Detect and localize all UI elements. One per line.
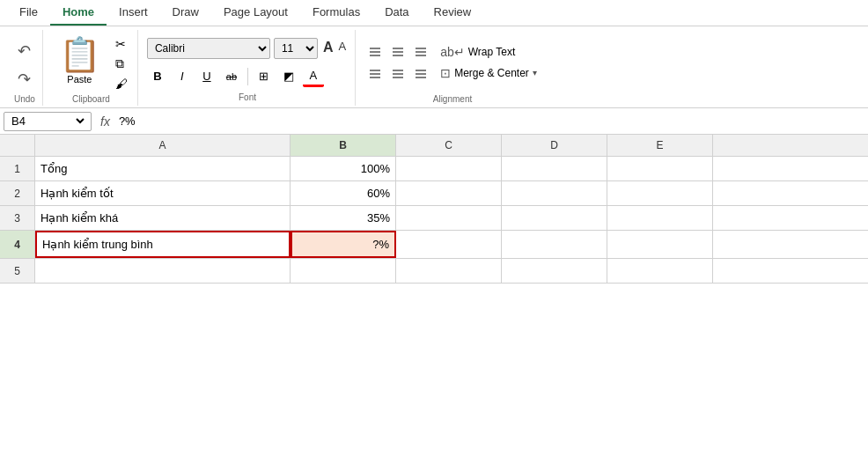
align-top-center-button[interactable] <box>387 42 408 62</box>
cell-c5[interactable] <box>396 259 502 283</box>
cell-c3[interactable] <box>396 206 502 230</box>
font-row2: B I U ab ⊞ ◩ A <box>147 66 348 87</box>
table-row: 1 Tổng 100% <box>0 157 868 181</box>
cell-reference-box[interactable]: B4 <box>4 112 92 131</box>
cell-d2[interactable] <box>502 181 607 205</box>
cell-a2[interactable]: Hạnh kiểm tốt <box>35 181 291 205</box>
align-bottom-right-button[interactable] <box>410 63 431 83</box>
row-number-3: 3 <box>0 206 35 230</box>
font-group-label: Font <box>239 91 256 102</box>
align-row1 <box>364 42 431 62</box>
cut-button[interactable]: ✂ <box>113 35 130 53</box>
column-headers: A B C D E <box>0 135 868 157</box>
cut-icon: ✂ <box>115 37 126 51</box>
cell-a4[interactable]: Hạnh kiểm trung bình <box>35 231 291 258</box>
merge-center-dropdown-icon[interactable]: ▾ <box>533 68 537 77</box>
font-group: Calibri 11 A A B I U ab ⊞ <box>140 30 356 106</box>
cell-b2[interactable]: 60% <box>291 181 396 205</box>
strikethrough-button[interactable]: ab <box>221 66 242 87</box>
tab-pagelayout[interactable]: Page Layout <box>211 0 300 26</box>
cell-d5[interactable] <box>502 259 607 283</box>
formula-bar: B4 fx <box>0 108 868 135</box>
tab-insert[interactable]: Insert <box>107 0 160 26</box>
undo-icon: ↶ <box>18 41 31 61</box>
tab-review[interactable]: Review <box>422 0 484 26</box>
cell-e2[interactable] <box>607 181 713 205</box>
cell-d1[interactable] <box>502 157 607 180</box>
cell-d3[interactable] <box>502 206 607 230</box>
table-row: 3 Hạnh kiểm khá 35% <box>0 206 868 231</box>
font-size-controls: A A <box>321 38 348 59</box>
wrap-text-button[interactable]: ab↵ Wrap Text <box>437 43 541 61</box>
redo-icon: ↷ <box>18 70 31 89</box>
clipboard-group-label: Clipboard <box>72 92 110 104</box>
tab-file[interactable]: File <box>7 0 50 26</box>
col-header-e[interactable]: E <box>607 135 713 156</box>
undo-button[interactable]: ↶ <box>15 39 33 63</box>
fill-color-button[interactable]: ◩ <box>278 66 299 87</box>
copy-button[interactable]: ⧉ <box>113 55 130 73</box>
align-bottom-center-button[interactable] <box>387 63 408 83</box>
alignment-group: ab↵ Wrap Text ⊡ Merge & Center ▾ Alignme… <box>357 30 548 106</box>
col-header-b[interactable]: B <box>291 135 396 156</box>
row-number-1: 1 <box>0 157 35 180</box>
bold-button[interactable]: B <box>147 66 168 87</box>
cell-b5[interactable] <box>291 259 396 283</box>
cell-d4[interactable] <box>502 231 607 258</box>
align-top-right-button[interactable] <box>410 42 431 62</box>
tab-data[interactable]: Data <box>372 0 421 26</box>
cell-e4[interactable] <box>607 231 713 258</box>
text-align-buttons <box>364 42 431 83</box>
merge-center-icon: ⊡ <box>440 66 451 80</box>
row-number-5: 5 <box>0 259 35 283</box>
cell-e3[interactable] <box>607 206 713 230</box>
cell-ref-select[interactable]: B4 <box>8 114 87 129</box>
clipboard-small-buttons: ✂ ⧉ 🖌 <box>113 32 130 92</box>
spreadsheet: A B C D E 1 Tổng 100% 2 Hạnh kiểm tốt 60… <box>0 135 868 284</box>
cell-c4[interactable] <box>396 231 502 258</box>
ribbon-content: ↶ ↷ Undo 📋 Paste ✂ ⧉ <box>0 26 868 107</box>
shrink-font-button[interactable]: A <box>336 38 348 59</box>
italic-button[interactable]: I <box>172 66 193 87</box>
tab-home[interactable]: Home <box>50 0 107 26</box>
format-painter-button[interactable]: 🖌 <box>113 75 130 92</box>
paste-button[interactable]: 📋 Paste <box>52 32 107 88</box>
cell-c1[interactable] <box>396 157 502 180</box>
font-row1: Calibri 11 A A <box>147 38 348 59</box>
align-bottom-left-button[interactable] <box>364 63 386 83</box>
cell-a3[interactable]: Hạnh kiểm khá <box>35 206 291 230</box>
cell-a5[interactable] <box>35 259 291 283</box>
formula-input[interactable] <box>119 112 864 131</box>
grow-font-button[interactable]: A <box>321 38 335 59</box>
wrap-merge-buttons: ab↵ Wrap Text ⊡ Merge & Center ▾ <box>437 43 541 82</box>
align-top-left-button[interactable] <box>364 42 386 62</box>
cell-b3[interactable]: 35% <box>291 206 396 230</box>
font-size-select[interactable]: 11 <box>274 38 318 59</box>
paste-label: Paste <box>67 74 92 85</box>
paste-icon: 📋 <box>59 35 100 74</box>
redo-button[interactable]: ↷ <box>15 67 33 92</box>
alignment-group-label: Alignment <box>433 92 472 104</box>
cell-b1[interactable]: 100% <box>291 157 396 180</box>
tab-draw[interactable]: Draw <box>160 0 211 26</box>
border-button[interactable]: ⊞ <box>254 66 275 87</box>
cell-b4[interactable]: ?% <box>291 231 396 258</box>
font-name-select[interactable]: Calibri <box>147 38 270 59</box>
cell-c2[interactable] <box>396 181 502 205</box>
merge-center-button[interactable]: ⊡ Merge & Center ▾ <box>437 64 541 82</box>
col-header-d[interactable]: D <box>502 135 607 156</box>
corner-cell <box>0 135 35 156</box>
underline-button[interactable]: U <box>196 66 217 87</box>
wrap-text-icon: ab↵ <box>440 45 465 59</box>
col-header-c[interactable]: C <box>396 135 502 156</box>
cell-e1[interactable] <box>607 157 713 180</box>
copy-icon: ⧉ <box>115 56 124 71</box>
wrap-text-label: Wrap Text <box>468 46 516 58</box>
table-row: 4 Hạnh kiểm trung bình ?% <box>0 231 868 259</box>
font-color-button[interactable]: A <box>303 66 324 87</box>
col-header-a[interactable]: A <box>35 135 291 156</box>
tab-formulas[interactable]: Formulas <box>300 0 372 26</box>
format-painter-icon: 🖌 <box>115 77 128 91</box>
cell-e5[interactable] <box>607 259 713 283</box>
cell-a1[interactable]: Tổng <box>35 157 291 180</box>
